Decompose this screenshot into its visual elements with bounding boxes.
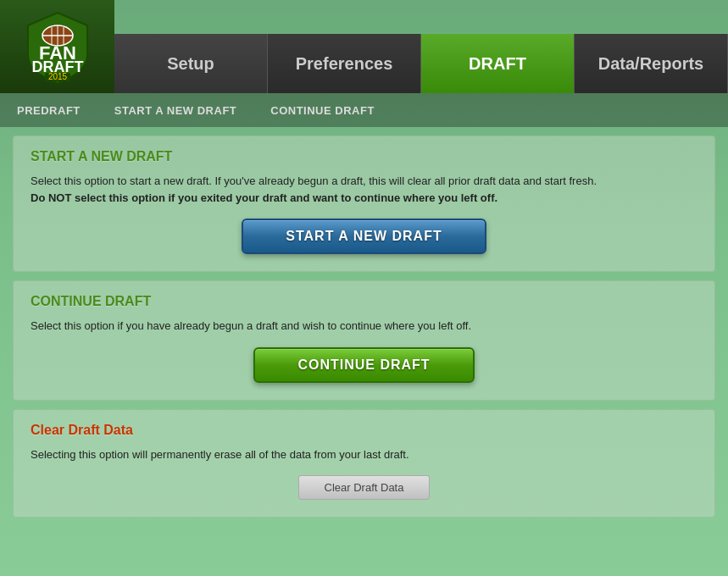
tab-draft[interactable]: DRAFT xyxy=(421,34,575,93)
logo-area: FAN DRAFT 2015 xyxy=(0,0,114,93)
subnav-continue-draft[interactable]: CONTINUE DRAFT xyxy=(262,100,383,121)
start-new-draft-section: START A NEW DRAFT Select this option to … xyxy=(13,136,715,272)
tab-data-reports[interactable]: Data/Reports xyxy=(575,34,728,93)
main-content: START A NEW DRAFT Select this option to … xyxy=(0,127,728,526)
clear-draft-data-button[interactable]: Clear Draft Data xyxy=(298,475,431,500)
header: FAN DRAFT 2015 Setup Preferences DRAFT D… xyxy=(0,0,728,93)
subnav: PREDRAFT START A NEW DRAFT CONTINUE DRAF… xyxy=(0,93,728,127)
clear-draft-data-title: Clear Draft Data xyxy=(31,423,697,438)
nav-tabs: Setup Preferences DRAFT Data/Reports xyxy=(114,0,728,93)
start-new-draft-button[interactable]: START A NEW DRAFT xyxy=(242,219,486,254)
continue-draft-title: CONTINUE DRAFT xyxy=(31,294,697,309)
continue-draft-desc: Select this option if you have already b… xyxy=(31,318,697,335)
clear-draft-data-section: Clear Draft Data Selecting this option w… xyxy=(13,409,715,518)
tab-preferences[interactable]: Preferences xyxy=(268,34,421,93)
logo-year: 2015 xyxy=(47,72,67,81)
start-new-draft-btn-container: START A NEW DRAFT xyxy=(31,219,697,254)
start-new-draft-desc: Select this option to start a new draft.… xyxy=(31,173,697,206)
subnav-predraft[interactable]: PREDRAFT xyxy=(8,100,89,121)
continue-draft-section: CONTINUE DRAFT Select this option if you… xyxy=(13,280,715,401)
clear-draft-data-btn-container: Clear Draft Data xyxy=(31,475,697,500)
continue-draft-btn-container: CONTINUE DRAFT xyxy=(31,347,697,383)
subnav-start-new-draft[interactable]: START A NEW DRAFT xyxy=(106,100,246,121)
start-new-draft-title: START A NEW DRAFT xyxy=(31,149,697,164)
logo: FAN DRAFT 2015 xyxy=(19,8,96,85)
clear-draft-data-desc: Selecting this option will permanently e… xyxy=(31,446,697,463)
tab-setup[interactable]: Setup xyxy=(114,34,268,93)
continue-draft-button[interactable]: CONTINUE DRAFT xyxy=(253,347,474,383)
